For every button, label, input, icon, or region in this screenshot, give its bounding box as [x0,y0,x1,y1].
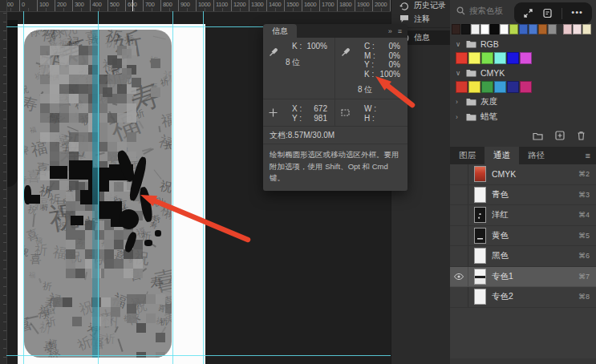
swatch[interactable] [509,24,518,34]
channel-shortcut: ⌘3 [578,191,596,199]
visibility-toggle[interactable] [450,205,468,225]
ruler-horizontal[interactable]: 1000100200300400500600700800900100011001… [0,0,391,12]
swatch[interactable] [582,24,591,34]
channel-thumbnail[interactable] [474,248,486,264]
swatch[interactable] [471,24,480,34]
swatch[interactable] [490,24,499,34]
guide-vertical[interactable] [98,11,99,364]
channel-row-CMYK[interactable]: CMYK⌘2 [450,164,596,185]
swatch[interactable] [507,81,519,93]
chevron-icon[interactable]: ∨ [456,69,462,77]
swatch-group-灰度[interactable]: ›灰度 [450,95,596,108]
channels-panel-empty-area [450,358,596,364]
visibility-toggle[interactable] [450,185,468,205]
history-panel-button[interactable]: 历史记录 [391,0,450,12]
swatch-group-label: 蜡笔 [480,111,497,123]
bit-depth[interactable]: 8 位 [356,84,402,95]
swatch[interactable] [468,52,480,64]
tab-路径[interactable]: 路径 [519,147,553,164]
channel-row-洋红[interactable]: 洋红⌘4 [450,205,596,226]
swatch[interactable] [481,81,493,93]
chevron-icon[interactable]: › [456,113,462,121]
ruler-label: 1300 [251,1,264,8]
delete-trash-icon[interactable] [577,131,586,140]
cmyk-readout-row: C :0% [356,42,402,51]
channel-row-青色[interactable]: 青色⌘3 [450,185,596,206]
swatch[interactable] [548,24,557,34]
channels-list: CMYK⌘2青色⌘3洋红⌘4黄色⌘5黑色⌘6专色1⌘7专色2⌘8 [450,164,596,358]
visibility-toggle[interactable] [450,226,468,246]
more-options-icon[interactable]: ••• [571,7,583,19]
info-panel-header[interactable]: 信息 » ≡ [263,24,407,38]
share-document-icon[interactable] [542,8,553,18]
swatch[interactable] [573,24,582,34]
channel-thumbnail[interactable] [474,269,486,285]
swatch[interactable] [452,24,460,34]
channel-thumbnail[interactable] [474,228,486,244]
visibility-toggle[interactable] [450,246,468,266]
swatch[interactable] [529,24,537,34]
channel-shortcut: ⌘7 [578,273,596,281]
channel-thumbnail[interactable] [474,207,486,223]
spot-ink-mark [24,185,31,204]
swatch[interactable] [461,24,470,34]
chevron-icon[interactable]: ∨ [456,40,462,48]
swatch[interactable] [520,81,532,93]
info-panel-tab[interactable]: 信息 [263,24,297,38]
spot-ink-mark [155,230,161,237]
panel-menu-icon[interactable]: ≡ [586,147,596,164]
swatch-group-colors [450,79,596,93]
folder-icon [466,98,476,106]
visibility-toggle[interactable] [450,287,468,307]
channel-row-黑色[interactable]: 黑色⌘6 [450,246,596,267]
swatch[interactable] [468,81,480,93]
channel-row-黄色[interactable]: 黄色⌘5 [450,226,596,247]
chevron-icon[interactable]: › [456,98,462,106]
search-placeholder: 搜索色板 [469,6,503,17]
swatch-group-RGB[interactable]: ∨RGB [450,38,596,51]
visibility-toggle[interactable] [450,267,468,287]
swatch[interactable] [520,52,532,64]
guide-vertical[interactable] [23,11,24,364]
swatch[interactable] [494,52,506,64]
swatch[interactable] [494,81,506,93]
guide-horizontal[interactable] [6,355,391,356]
channel-shortcut: ⌘5 [578,232,596,240]
swatch-groups: ∨RGB∨CMYK›灰度›蜡笔 [450,38,596,123]
spot-ink-mark [144,240,152,246]
swatch[interactable] [519,24,528,34]
swatch[interactable] [507,52,519,64]
search-icon [456,6,465,15]
collapse-panel-icon[interactable]: » [388,27,392,35]
channel-thumbnail[interactable] [474,187,486,203]
swatch[interactable] [500,24,509,34]
swatch[interactable] [456,52,468,64]
fullscreen-expand-icon[interactable] [523,8,533,18]
channel-thumbnail[interactable] [474,166,486,182]
swatch-group-蜡笔[interactable]: ›蜡笔 [450,111,596,123]
bit-depth[interactable]: 8 位 [284,57,329,68]
swatch-group-CMYK[interactable]: ∨CMYK [450,67,596,79]
swatch[interactable] [538,24,547,34]
swatch[interactable] [563,24,572,34]
swatch[interactable] [456,81,468,93]
ruler-label: 200 [57,1,67,8]
ruler-vertical[interactable] [0,11,7,364]
swatch[interactable] [481,52,493,64]
new-swatch-icon[interactable] [555,131,565,140]
cmyk-readout-row: M :0% [356,51,402,61]
guide-vertical[interactable] [203,11,204,364]
new-group-folder-icon[interactable] [533,131,543,140]
tab-图层[interactable]: 图层 [450,147,485,164]
black-object-partial [6,20,18,187]
visibility-toggle[interactable] [450,164,468,184]
channel-row-专色1[interactable]: 专色1⌘7 [450,267,596,288]
tab-通道[interactable]: 通道 [485,147,519,164]
swatch[interactable] [480,24,489,34]
channel-thumbnail[interactable] [474,289,486,305]
document-page[interactable]: 喜喜祝祝喜祈祈福禄福禄寿寿禄喜寿喜祈寿祝福福福祝祝禄祈喜寿喜祝禄寿喜禄禄祝寿祝禄… [18,24,205,364]
info-panel[interactable]: 信息 » ≡ K :100% 8 位 [263,24,407,191]
guide-vertical[interactable] [172,11,173,364]
channel-row-专色2[interactable]: 专色2⌘8 [450,287,596,308]
panel-menu-icon[interactable]: ≡ [398,27,402,35]
